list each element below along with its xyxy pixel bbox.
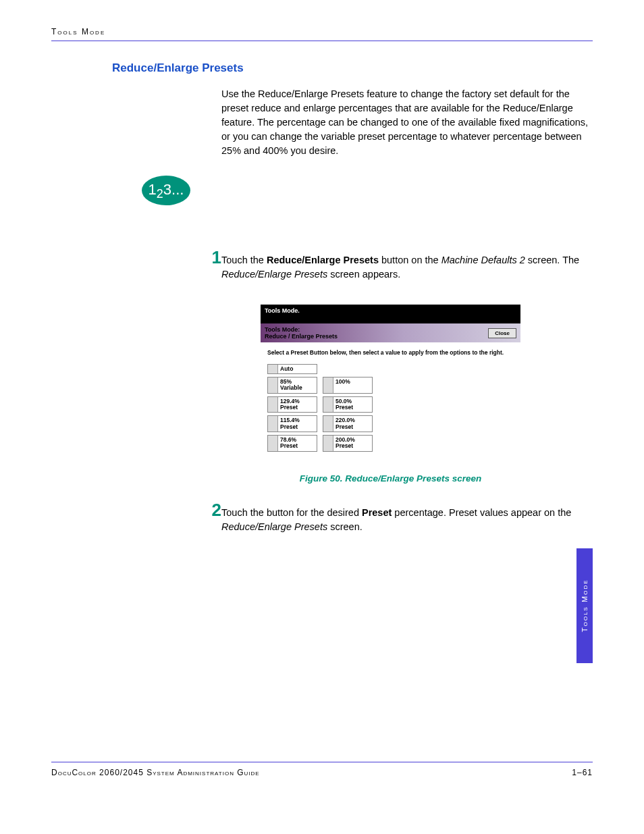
text: screen. The	[525, 255, 579, 265]
bold-term: Reduce/Enlarge Presets	[267, 255, 379, 265]
preset-sublabel: Preset	[336, 423, 353, 430]
screenshot-header-line1: Tools Mode:	[265, 326, 338, 333]
step-1-text: Touch the Reduce/Enlarge Presets button …	[221, 253, 593, 282]
preset-sublabel: Preset	[280, 423, 298, 430]
preset-sublabel: Preset	[336, 442, 353, 449]
screenshot-top-bar: Tools Mode.	[261, 305, 520, 323]
preset-button-220[interactable]: 220.0%Preset	[323, 415, 373, 432]
step-2: 2 Touch the button for the desired Prese…	[196, 500, 593, 534]
preset-sublabel: Variable	[280, 384, 302, 391]
page-number: 1–61	[572, 768, 593, 777]
screenshot-header-line2: Reduce / Enlarge Presets	[265, 333, 338, 340]
preset-sublabel: Preset	[336, 404, 353, 411]
preset-label: 100%	[333, 377, 372, 393]
footer-title: DocuColor 2060/2045 System Administratio…	[51, 768, 260, 777]
text: button on the	[379, 255, 441, 265]
document-page: Tools Mode Reduce/Enlarge Presets Use th…	[0, 0, 644, 807]
preset-button-115[interactable]: 115.4%Preset	[267, 415, 317, 432]
italic-term: Reduce/Enlarge Presets	[221, 521, 327, 532]
step-number: 2	[196, 500, 221, 521]
text: Touch the button for the desired	[221, 507, 362, 518]
svg-text:123...: 123...	[149, 181, 184, 201]
italic-term: Reduce/Enlarge Presets	[221, 269, 327, 280]
text: screen.	[327, 521, 363, 532]
step-2-text: Touch the button for the desired Preset …	[221, 506, 593, 534]
text: screen appears.	[327, 269, 400, 280]
text: Touch the	[221, 255, 267, 265]
preset-button-auto[interactable]: Auto	[267, 364, 317, 374]
preset-button-129[interactable]: 129.4%Preset	[267, 396, 317, 413]
figure-screenshot: Tools Mode. Tools Mode: Reduce / Enlarge…	[261, 305, 520, 484]
preset-button-85[interactable]: 85%Variable	[267, 377, 317, 394]
page-header: Tools Mode	[51, 27, 593, 41]
screenshot-body: Select a Preset Button below, then selec…	[261, 342, 520, 463]
close-button[interactable]: Close	[488, 328, 516, 338]
preset-button-50[interactable]: 50.0%Preset	[323, 396, 373, 413]
side-tab: Tools Mode	[576, 548, 593, 663]
steps-icon: 123...	[139, 174, 593, 207]
text: percentage. Preset values appear on the	[392, 507, 571, 518]
section-title: Reduce/Enlarge Presets	[112, 61, 593, 75]
preset-button-78[interactable]: 78.6%Preset	[267, 435, 317, 452]
step-number: 1	[196, 247, 221, 268]
screenshot-header: Tools Mode: Reduce / Enlarge Presets Clo…	[261, 323, 520, 342]
preset-sublabel: Preset	[280, 442, 298, 449]
figure-caption: Figure 50. Reduce/Enlarge Presets screen	[261, 473, 520, 484]
screenshot-instructions: Select a Preset Button below, then selec…	[267, 349, 514, 357]
preset-sublabel: Preset	[280, 404, 298, 411]
preset-button-200[interactable]: 200.0%Preset	[323, 435, 373, 452]
preset-label: Auto	[278, 365, 317, 373]
italic-term: Machine Defaults 2	[441, 255, 525, 265]
bold-term: Preset	[362, 507, 392, 518]
page-footer: DocuColor 2060/2045 System Administratio…	[51, 762, 593, 777]
preset-button-100[interactable]: 100%	[323, 377, 373, 394]
step-1: 1 Touch the Reduce/Enlarge Presets butto…	[196, 247, 593, 282]
intro-paragraph: Use the Reduce/Enlarge Presets feature t…	[221, 87, 593, 158]
